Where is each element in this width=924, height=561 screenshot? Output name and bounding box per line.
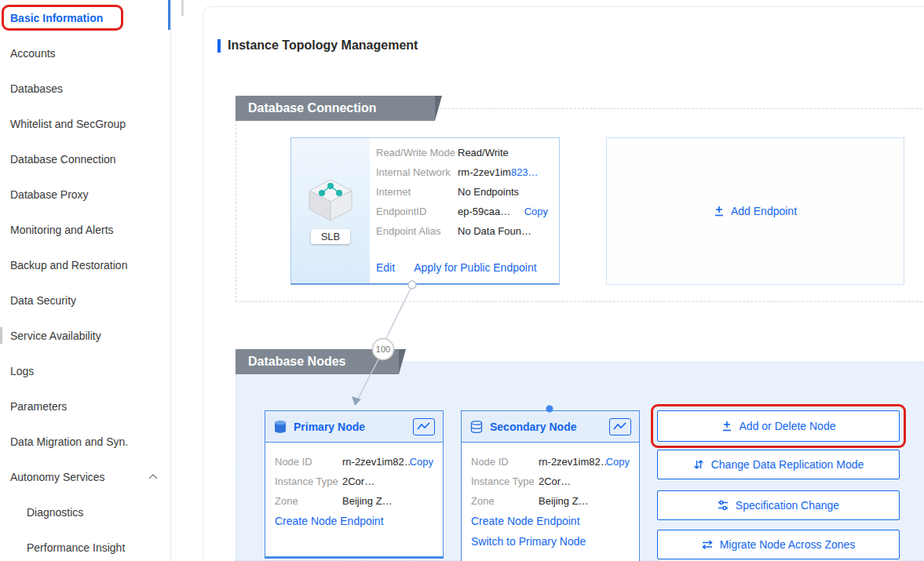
kv-value: 2Cor…	[539, 475, 571, 487]
kv-label: Instance Type	[471, 475, 539, 487]
sidebar-item-diagnostics[interactable]: Diagnostics	[0, 494, 170, 530]
slb-details: Read/Write Mode Read/Write Internal Netw…	[370, 138, 559, 283]
sidebar-item-backup-restoration[interactable]: Backup and Restoration	[0, 247, 170, 282]
plus-underline-icon	[714, 206, 725, 217]
button-label: Add or Delete Node	[740, 420, 836, 432]
page-title: Instance Topology Management	[228, 38, 418, 53]
primary-node-card: Primary Node Node ID rn-2zev1im82… Copy …	[265, 410, 444, 559]
secondary-node-header: Secondary Node	[462, 411, 639, 443]
primary-node-body: Node ID rn-2zev1im82… Copy Instance Type…	[265, 443, 443, 531]
create-node-endpoint-link[interactable]: Create Node Endpoint	[275, 511, 433, 531]
apply-public-endpoint-link[interactable]: Apply for Public Endpoint	[414, 261, 536, 274]
kv-row-endpoint-alias: Endpoint Alias No Data Foun…	[376, 221, 548, 241]
sidebar-item-data-security[interactable]: Data Security	[0, 282, 170, 318]
line-chart-icon	[417, 422, 431, 432]
sidebar-item-data-migration[interactable]: Data Migration and Syn.	[0, 424, 170, 459]
specification-change-button[interactable]: Specification Change	[657, 490, 900, 520]
kv-value: No Endpoints	[458, 186, 519, 198]
kv-label: Internal Network	[376, 166, 458, 178]
secondary-node-title: Secondary Node	[490, 421, 576, 433]
change-replication-mode-button[interactable]: Change Data Replication Mode	[657, 450, 900, 479]
secondary-node-monitor-button[interactable]	[609, 418, 631, 435]
kv-value: rn-2zev1im82…	[342, 456, 410, 468]
kv-row-instance-type: Instance Type 2Cor…	[275, 472, 433, 491]
button-label: Change Data Replication Mode	[711, 458, 864, 471]
sidebar-scrollbar-thumb[interactable]	[168, 0, 170, 30]
sliders-icon	[718, 500, 729, 511]
sidebar-item-parameters[interactable]: Parameters	[0, 388, 170, 424]
console-screen: Basic Information Accounts Databases Whi…	[0, 0, 924, 561]
slb-actions: Edit Apply for Public Endpoint	[376, 261, 537, 274]
kv-value: Read/Write	[458, 147, 509, 158]
kv-label: Zone	[471, 495, 539, 507]
button-label: Migrate Node Across Zones	[720, 538, 856, 551]
connection-section-banner: Database Connection	[236, 96, 435, 121]
add-endpoint-button[interactable]: Add Endpoint	[606, 137, 904, 285]
page-title-block: Instance Topology Management	[217, 38, 418, 53]
sidebar-item-basic-information[interactable]: Basic Information	[0, 0, 170, 35]
sidebar-item-databases[interactable]: Databases	[0, 71, 170, 106]
sidebar-item-whitelist-secgroup[interactable]: Whitelist and SecGroup	[0, 106, 170, 141]
kv-value: Beijing Z…	[342, 495, 393, 507]
database-outline-icon	[469, 420, 484, 434]
sidebar-item-logs[interactable]: Logs	[0, 353, 170, 388]
migrate-node-across-zones-button[interactable]: Migrate Node Across Zones	[657, 530, 900, 559]
switch-to-primary-link[interactable]: Switch to Primary Node	[471, 531, 630, 552]
sidebar: Basic Information Accounts Databases Whi…	[0, 0, 171, 561]
kv-row-internal-network: Internal Network rm-2zev1im 823…	[376, 162, 548, 182]
kv-value: rn-2zev1im82…	[539, 456, 606, 468]
kv-value: ep-59caa…	[458, 206, 510, 217]
kv-row-zone: Zone Beijing Z…	[471, 491, 630, 511]
nodes-section-banner: Database Nodes	[236, 349, 399, 374]
copy-node-id-link[interactable]: Copy	[410, 456, 433, 468]
chevron-up-icon	[148, 474, 158, 479]
content-scrollbar-thumb[interactable]	[181, 0, 184, 16]
create-node-endpoint-link[interactable]: Create Node Endpoint	[471, 511, 630, 531]
kv-label: Read/Write Mode	[376, 147, 458, 158]
copy-node-id-link[interactable]: Copy	[606, 456, 630, 468]
sidebar-item-accounts[interactable]: Accounts	[0, 35, 170, 71]
primary-node-header: Primary Node	[265, 411, 443, 443]
plus-underline-icon	[721, 421, 732, 432]
kv-value: Beijing Z…	[539, 495, 589, 507]
kv-row-node-id: Node ID rn-2zev1im82… Copy	[275, 452, 433, 472]
sidebar-item-monitoring-alerts[interactable]: Monitoring and Alerts	[0, 212, 170, 247]
copy-endpoint-id-link[interactable]: Copy	[524, 206, 548, 217]
kv-label: Instance Type	[275, 475, 342, 487]
primary-node-monitor-button[interactable]	[413, 418, 435, 435]
kv-value: No Data Foun…	[458, 225, 531, 237]
kv-row-internet: Internet No Endpoints	[376, 182, 548, 202]
kv-label: Zone	[275, 495, 342, 507]
add-or-delete-node-button[interactable]: Add or Delete Node	[657, 410, 900, 442]
internal-network-link[interactable]: 823…	[511, 166, 539, 178]
secondary-node-body: Node ID rn-2zev1im82… Copy Instance Type…	[462, 443, 639, 552]
secondary-node-card: Secondary Node Node ID rn-2zev1im82… Cop…	[461, 410, 640, 561]
kv-row-node-id: Node ID rn-2zev1im82… Copy	[471, 452, 630, 472]
sidebar-item-database-connection[interactable]: Database Connection	[0, 141, 170, 177]
line-chart-icon	[613, 422, 627, 432]
kv-row-zone: Zone Beijing Z…	[275, 491, 433, 511]
kv-label: EndpointID	[376, 206, 458, 217]
title-accent-bar	[217, 39, 221, 53]
arrows-up-down-icon	[693, 459, 704, 470]
sidebar-item-label: Autonomy Services	[10, 471, 105, 483]
sidebar-item-service-availability[interactable]: Service Availability	[0, 318, 170, 353]
kv-value: 2Cor…	[342, 475, 374, 487]
kv-label: Internet	[376, 186, 458, 198]
slb-endpoint-card: SLB Read/Write Mode Read/Write Internal …	[290, 137, 560, 285]
kv-row-readwrite-mode: Read/Write Mode Read/Write	[376, 143, 548, 162]
kv-row-endpoint-id: EndpointID ep-59caa… Copy	[376, 202, 548, 221]
slb-label-badge: SLB	[311, 229, 351, 244]
primary-node-title: Primary Node	[294, 421, 365, 433]
database-filled-icon	[273, 420, 287, 434]
sidebar-item-database-proxy[interactable]: Database Proxy	[0, 177, 170, 212]
slb-cluster-icon	[306, 178, 355, 222]
arrows-left-right-icon	[702, 540, 713, 549]
kv-label: Node ID	[275, 456, 342, 468]
kv-value: rm-2zev1im	[458, 166, 511, 178]
sidebar-item-autonomy-services[interactable]: Autonomy Services	[0, 459, 170, 494]
edit-link[interactable]: Edit	[376, 261, 395, 274]
kv-row-instance-type: Instance Type 2Cor…	[471, 472, 630, 491]
sidebar-item-performance-insight[interactable]: Performance Insight	[0, 530, 170, 561]
button-label: Specification Change	[736, 499, 839, 512]
